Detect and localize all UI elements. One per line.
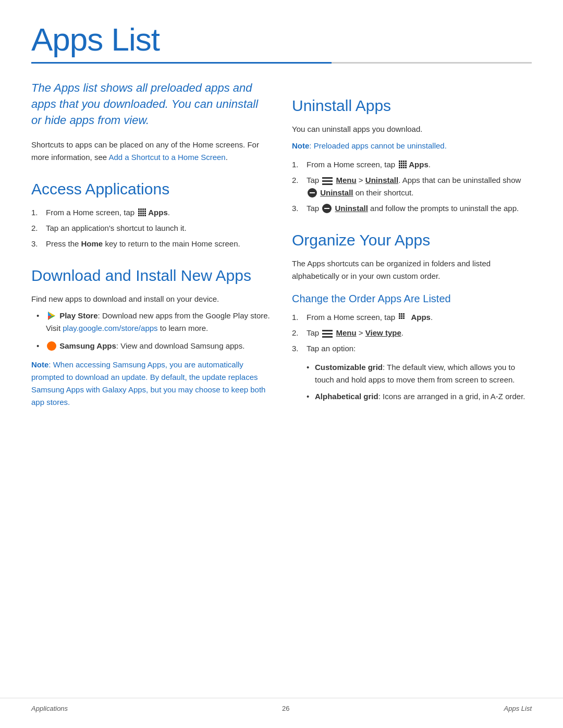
svg-rect-2 (142, 208, 144, 210)
change-order-subheading: Change the Order Apps Are Listed (292, 293, 532, 305)
svg-rect-23 (405, 161, 407, 162)
svg-rect-4 (138, 211, 140, 212)
playstore-label: Play Store (59, 311, 97, 320)
download-install-heading: Download and Install New Apps (31, 267, 271, 285)
svg-rect-44 (403, 315, 405, 317)
footer-right: Apps List (504, 705, 532, 712)
menu-icon-2 (322, 329, 333, 337)
uninstall-badge-label: Uninstall (320, 188, 353, 197)
page: Apps List The Apps list shows all preloa… (0, 0, 563, 728)
svg-rect-3 (144, 208, 146, 210)
svg-rect-48 (322, 330, 333, 331)
svg-rect-25 (401, 163, 402, 164)
list-item: 2. Tap Menu > Uninstall. Apps that can b… (292, 174, 532, 199)
samsung-icon (47, 341, 56, 351)
tap-uninstall-label: Uninstall (335, 204, 368, 213)
svg-rect-6 (142, 211, 144, 212)
playstore-link[interactable]: play.google.com/store/apps (63, 324, 157, 332)
svg-rect-27 (405, 163, 407, 164)
svg-rect-33 (401, 167, 402, 168)
change-order-list: 1. From a Home screen, tap (292, 311, 532, 355)
svg-rect-41 (403, 313, 405, 315)
main-content: The Apps list shows all preloaded apps a… (31, 80, 532, 415)
list-item: 2. Tap an application's shortcut to laun… (31, 222, 271, 235)
svg-rect-31 (405, 165, 407, 166)
svg-rect-0 (138, 208, 140, 210)
shortcut-link[interactable]: Add a Shortcut to a Home Screen (108, 153, 225, 162)
intro-text: The Apps list shows all preloaded apps a… (31, 80, 271, 128)
uninstall-note-label: Note (292, 141, 309, 150)
svg-rect-40 (401, 313, 402, 315)
menu-label: Menu (336, 328, 357, 337)
footer-left: Applications (31, 705, 68, 712)
apps-grid-icon-2 (398, 160, 408, 169)
access-applications-list: 1. From a Home screen, tap (31, 206, 271, 250)
svg-rect-42 (399, 315, 400, 317)
apps-grid-icon (138, 208, 147, 217)
svg-rect-50 (322, 336, 333, 338)
apps-label-2: Apps (409, 160, 429, 169)
download-install-list: Play Store: Download new apps from the G… (31, 310, 271, 352)
uninstall-steps-list: 1. From a Home screen, tap (292, 158, 532, 215)
svg-rect-9 (140, 213, 142, 214)
svg-rect-8 (138, 213, 140, 214)
svg-rect-22 (403, 161, 405, 162)
alphabetical-grid-label: Alphabetical grid (315, 392, 378, 401)
apps-label: Apps (148, 208, 168, 217)
svg-rect-11 (144, 213, 146, 214)
footer: Applications 26 Apps List (0, 698, 563, 712)
page-title: Apps List (31, 21, 532, 58)
list-item-alphabetical: Alphabetical grid: Icons are arranged in… (302, 390, 532, 403)
home-key-label: Home (81, 239, 103, 248)
svg-rect-45 (399, 317, 400, 319)
footer-center: 26 (282, 705, 289, 712)
apps-grid-icon-3 (398, 313, 408, 322)
svg-rect-34 (403, 167, 405, 168)
organize-apps-heading: Organize Your Apps (292, 231, 532, 249)
list-item: 3. Tap an option: (292, 342, 532, 355)
title-divider (31, 62, 532, 64)
menu-icon (322, 176, 333, 184)
left-column: The Apps list shows all preloaded apps a… (31, 80, 271, 415)
svg-rect-5 (140, 211, 142, 212)
svg-rect-39 (399, 313, 400, 315)
list-item: 3. Press the Home key to return to the m… (31, 238, 271, 250)
menu-uninstall-label: Menu (336, 176, 357, 184)
svg-rect-28 (399, 165, 400, 166)
uninstall-intro: You can uninstall apps you download. (292, 123, 532, 135)
svg-rect-1 (140, 208, 142, 210)
svg-rect-20 (399, 161, 400, 162)
list-item: 1. From a Home screen, tap (31, 206, 271, 219)
svg-rect-24 (399, 163, 400, 164)
svg-rect-30 (403, 165, 405, 166)
uninstall-label: Uninstall (365, 176, 398, 184)
svg-rect-14 (142, 215, 144, 216)
list-item: 2. Tap Menu > View type. (292, 327, 532, 339)
uninstall-badge-icon (308, 188, 317, 198)
svg-rect-37 (322, 180, 333, 182)
list-item-samsung: Samsung Apps: View and download Samsung … (31, 340, 271, 352)
view-type-label: View type (365, 328, 401, 337)
intro-body: Shortcuts to apps can be placed on any o… (31, 139, 271, 164)
organize-intro: The Apps shortcuts can be organized in f… (292, 257, 532, 282)
download-note-label: Note (31, 360, 48, 369)
svg-rect-10 (142, 213, 144, 214)
customizable-grid-label: Customizable grid (315, 363, 383, 372)
svg-rect-47 (403, 317, 405, 319)
svg-rect-29 (401, 165, 402, 166)
svg-rect-12 (138, 215, 140, 216)
svg-rect-32 (399, 167, 400, 168)
uninstall-note: Note: Preloaded apps cannot be uninstall… (292, 140, 532, 152)
svg-rect-7 (144, 211, 146, 212)
list-item-playstore: Play Store: Download new apps from the G… (31, 310, 271, 335)
svg-rect-13 (140, 215, 142, 216)
download-note: Note: When accessing Samsung Apps, you a… (31, 359, 271, 409)
svg-rect-38 (322, 183, 333, 185)
svg-rect-15 (144, 215, 146, 216)
samsung-label: Samsung Apps (59, 341, 116, 350)
list-item: 1. From a Home screen, tap (292, 311, 532, 324)
list-item: 1. From a Home screen, tap (292, 158, 532, 171)
access-applications-heading: Access Applications (31, 180, 271, 198)
svg-rect-26 (403, 163, 405, 164)
uninstall-badge-icon-2 (322, 204, 332, 213)
